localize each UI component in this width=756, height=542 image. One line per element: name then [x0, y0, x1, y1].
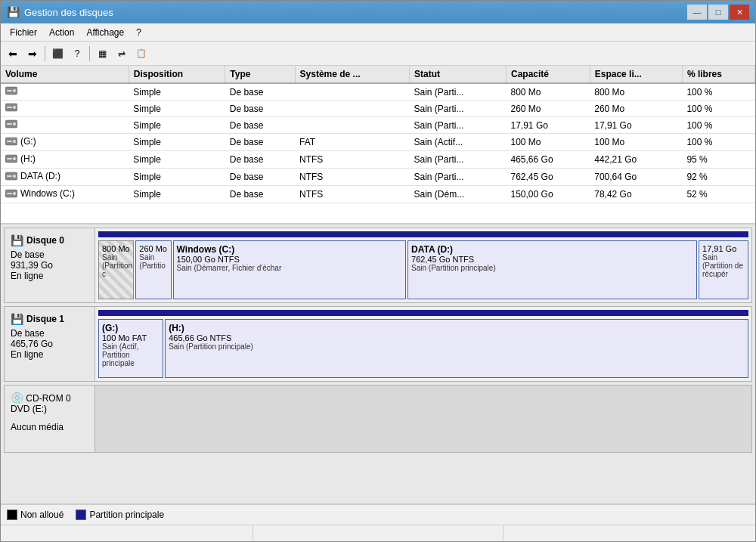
help-button[interactable]: ? [68, 45, 86, 63]
table-row[interactable]: (G:)SimpleDe baseFATSain (Actif...100 Mo… [1, 134, 755, 151]
hdd-icon [5, 154, 17, 163]
view-button[interactable]: ▦ [93, 45, 111, 63]
title-bar: 💾 Gestion des disques — □ ✕ [1, 1, 755, 23]
cell-type: De base [225, 117, 295, 134]
disk0-part2-status: Sain (Démarrer, Fichier d'échar [177, 264, 402, 272]
forward-button[interactable]: ➡ [23, 45, 42, 63]
close-button[interactable]: ✕ [730, 5, 749, 20]
disk0-partition-row: 800 Mo Sain (Partition c 260 Mo Sain (Pa… [98, 240, 748, 299]
volume-tbody: SimpleDe baseSain (Parti...800 Mo800 Mo1… [1, 83, 755, 203]
cell-volume: (H:) [1, 151, 129, 169]
cell-statut: Sain (Actif... [409, 134, 506, 151]
disk1-row: 💾 Disque 1 De base 465,76 Go En ligne (G… [4, 306, 752, 382]
cell-systeme [295, 117, 409, 134]
cell-capacite: 150,00 Go [507, 186, 590, 203]
svg-rect-11 [7, 141, 12, 142]
disk0-name: 💾 Disque 0 [11, 234, 88, 246]
disk0-part2[interactable]: Windows (C:) 150,00 Go NTFS Sain (Démarr… [173, 240, 406, 299]
cell-capacite: 465,66 Go [507, 151, 590, 169]
hdd-icon [5, 189, 17, 198]
hdd-icon [5, 119, 17, 129]
cell-espace: 442,21 Go [590, 151, 682, 169]
cell-type: De base [225, 151, 295, 169]
hdd-icon [5, 137, 17, 146]
status-bar [1, 525, 755, 541]
cell-type: De base [225, 83, 295, 101]
menu-affichage[interactable]: Affichage [80, 26, 130, 39]
col-espace: Espace li... [590, 66, 682, 83]
disk0-part0-status: Sain (Partition c [102, 253, 130, 278]
table-row[interactable]: SimpleDe baseSain (Parti...17,91 Go17,91… [1, 117, 755, 134]
cdrom0-label: 💿 CD-ROM 0 DVD (E:) Aucun média [5, 386, 95, 452]
table-row[interactable]: (H:)SimpleDe baseNTFSSain (Parti...465,6… [1, 151, 755, 169]
connect-button[interactable]: ⇌ [113, 45, 131, 63]
legend-unalloc-box [7, 509, 17, 520]
menu-aide[interactable]: ? [130, 26, 147, 39]
table-row[interactable]: DATA (D:)SimpleDe baseNTFSSain (Parti...… [1, 169, 755, 186]
legend-primary-box [76, 509, 86, 520]
disk1-title: Disque 1 [26, 314, 64, 324]
cell-volume [1, 101, 129, 117]
cell-systeme: NTFS [295, 169, 409, 186]
legend-primary-label: Partition principale [89, 509, 164, 520]
col-volume: Volume [1, 66, 129, 83]
console-button[interactable]: ⬛ [48, 45, 67, 63]
cell-espace: 78,42 Go [590, 186, 682, 203]
export-button[interactable]: 📋 [132, 45, 150, 63]
disk1-icon: 💾 [11, 313, 23, 325]
cdrom0-icon: 💿 [11, 392, 23, 404]
disk0-part1-size: 260 Mo [139, 244, 167, 253]
disk1-status: En ligne [11, 349, 88, 360]
disk0-part4[interactable]: 17,91 Go Sain (Partition de récupér [699, 240, 748, 299]
disk-view[interactable]: 💾 Disque 0 De base 931,39 Go En ligne 80… [1, 225, 755, 503]
disk1-part0-size: 100 Mo FAT [102, 333, 160, 342]
hdd-icon [5, 103, 17, 112]
disk0-partitions: 800 Mo Sain (Partition c 260 Mo Sain (Pa… [95, 228, 751, 302]
disk0-part1[interactable]: 260 Mo Sain (Partitio [135, 240, 171, 299]
disk0-part4-status: Sain (Partition de récupér [702, 253, 745, 278]
hdd-icon [5, 172, 17, 181]
menu-fichier[interactable]: Fichier [4, 26, 43, 39]
cell-pct: 92 % [682, 169, 754, 186]
col-capacite: Capacité [507, 66, 590, 83]
cell-systeme: NTFS [295, 151, 409, 169]
disk1-part1-size: 465,66 Go NTFS [169, 333, 745, 342]
disk1-part0[interactable]: (G:) 100 Mo FAT Sain (Actif, Partition p… [98, 319, 163, 378]
disk0-part0[interactable]: 800 Mo Sain (Partition c [98, 240, 134, 299]
cell-systeme: FAT [295, 134, 409, 151]
cell-pct: 100 % [682, 134, 754, 151]
disk1-part1[interactable]: (H:) 465,66 Go NTFS Sain (Partition prin… [165, 319, 748, 378]
maximize-button[interactable]: □ [708, 5, 728, 20]
back-button[interactable]: ⬅ [4, 45, 22, 63]
title-bar-controls: — □ ✕ [687, 5, 749, 20]
disk0-part2-name: Windows (C:) [177, 244, 402, 255]
col-systeme: Système de ... [295, 66, 409, 83]
status-section-1 [4, 525, 253, 541]
menu-bar: Fichier Action Affichage ? [1, 23, 755, 42]
cell-disposition: Simple [129, 186, 225, 203]
toolbar-sep-2 [89, 46, 90, 61]
cell-volume [1, 117, 129, 134]
cell-type: De base [225, 169, 295, 186]
table-row[interactable]: SimpleDe baseSain (Parti...260 Mo260 Mo1… [1, 101, 755, 117]
cell-pct: 95 % [682, 151, 754, 169]
cell-systeme [295, 101, 409, 117]
cell-espace: 700,64 Go [590, 169, 682, 186]
disk1-type: De base [11, 328, 88, 339]
svg-point-19 [13, 192, 16, 195]
table-row[interactable]: SimpleDe baseSain (Parti...800 Mo800 Mo1… [1, 83, 755, 101]
cell-capacite: 260 Mo [507, 101, 590, 117]
disk0-bar [98, 231, 748, 237]
cell-disposition: Simple [129, 101, 225, 117]
svg-rect-14 [7, 158, 12, 160]
disk0-part3-name: DATA (D:) [411, 244, 693, 255]
menu-action[interactable]: Action [43, 26, 80, 39]
legend-unalloc-label: Non alloué [20, 509, 64, 520]
cdrom0-status: Aucun média [11, 422, 88, 432]
window-title: Gestion des disques [24, 7, 113, 18]
hdd-icon [5, 86, 17, 95]
disk0-part4-size: 17,91 Go [702, 244, 745, 253]
minimize-button[interactable]: — [687, 5, 707, 20]
table-row[interactable]: Windows (C:)SimpleDe baseNTFSSain (Dém..… [1, 186, 755, 203]
disk0-part3[interactable]: DATA (D:) 762,45 Go NTFS Sain (Partition… [407, 240, 697, 299]
